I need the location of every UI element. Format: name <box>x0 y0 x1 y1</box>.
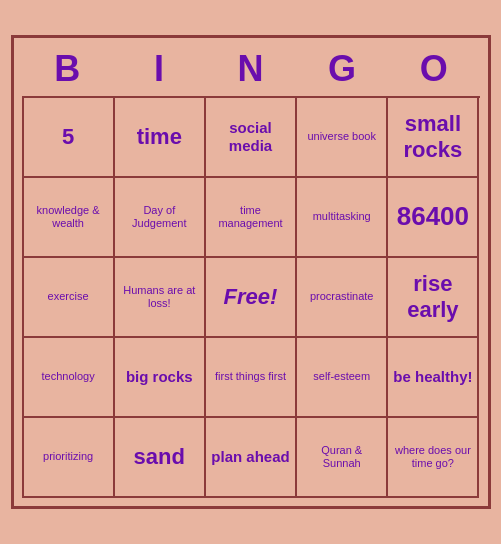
bingo-grid: 5timesocial mediauniverse booksmall rock… <box>22 96 480 498</box>
bingo-cell: procrastinate <box>297 258 388 338</box>
header-letter: N <box>205 46 297 92</box>
bingo-cell: Quran & Sunnah <box>297 418 388 498</box>
bingo-cell: small rocks <box>388 98 479 178</box>
bingo-cell: 5 <box>24 98 115 178</box>
bingo-cell: exercise <box>24 258 115 338</box>
header-letter: O <box>388 46 480 92</box>
bingo-cell: sand <box>115 418 206 498</box>
header-letter: B <box>22 46 114 92</box>
bingo-cell: social media <box>206 98 297 178</box>
bingo-cell: Free! <box>206 258 297 338</box>
bingo-cell: universe book <box>297 98 388 178</box>
bingo-cell: where does our time go? <box>388 418 479 498</box>
bingo-cell: prioritizing <box>24 418 115 498</box>
bingo-cell: big rocks <box>115 338 206 418</box>
bingo-cell: plan ahead <box>206 418 297 498</box>
bingo-cell: self-esteem <box>297 338 388 418</box>
bingo-cell: Humans are at loss! <box>115 258 206 338</box>
bingo-cell: be healthy! <box>388 338 479 418</box>
bingo-cell: 86400 <box>388 178 479 258</box>
bingo-card: BINGO 5timesocial mediauniverse booksmal… <box>11 35 491 509</box>
header-letter: I <box>113 46 205 92</box>
bingo-cell: first things first <box>206 338 297 418</box>
bingo-cell: time management <box>206 178 297 258</box>
bingo-cell: rise early <box>388 258 479 338</box>
bingo-header: BINGO <box>22 46 480 92</box>
header-letter: G <box>296 46 388 92</box>
bingo-cell: time <box>115 98 206 178</box>
bingo-cell: Day of Judgement <box>115 178 206 258</box>
bingo-cell: technology <box>24 338 115 418</box>
bingo-cell: knowledge & wealth <box>24 178 115 258</box>
bingo-cell: multitasking <box>297 178 388 258</box>
